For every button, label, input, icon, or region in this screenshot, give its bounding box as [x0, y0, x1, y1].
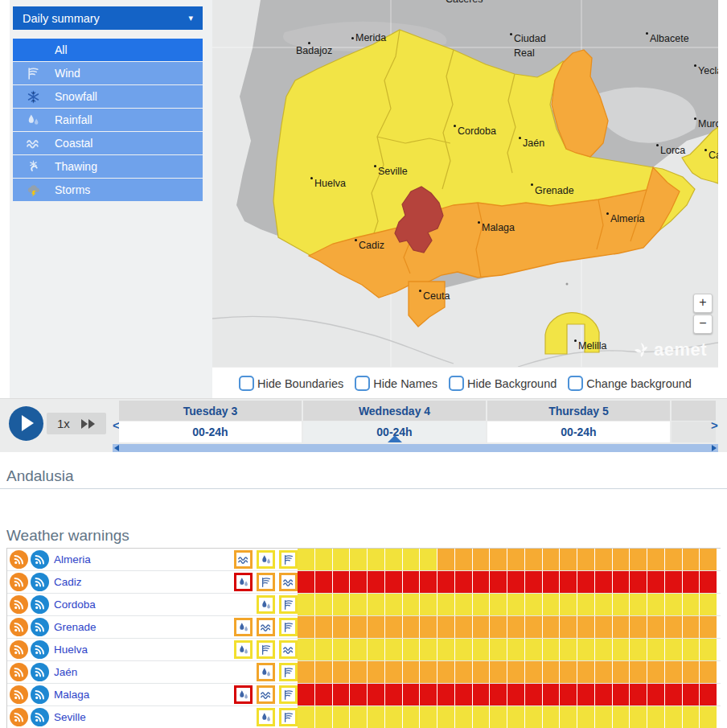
sidebar-item-storms[interactable]: Storms — [13, 179, 203, 201]
checkbox-label: Hide Boundaries — [257, 377, 343, 390]
chevron-down-icon: ▾ — [188, 13, 193, 23]
strip-segment-orange — [455, 549, 472, 570]
coastal-warning-icon-orange — [257, 685, 275, 704]
strip-segment-yellow — [420, 706, 437, 728]
rainfall-warning-icon-yellow — [257, 595, 275, 614]
rss-feed-icon-orange[interactable] — [10, 708, 28, 726]
strip-segment-yellow — [298, 706, 314, 728]
day-value[interactable]: 00-24h — [303, 422, 486, 442]
strip-segment-red — [333, 684, 350, 705]
sidebar-item-label: Wind — [55, 67, 80, 80]
rss-feed-icon-orange[interactable] — [10, 663, 28, 681]
rainfall-warning-icon-red — [234, 573, 253, 591]
rss-feed-icon-orange[interactable] — [10, 573, 28, 591]
province-link[interactable]: Huelva — [54, 639, 88, 660]
strip-segment-yellow — [437, 706, 454, 728]
strip-segment-yellow — [385, 549, 402, 570]
sidebar-item-wind[interactable]: Wind — [13, 62, 203, 84]
rss-feed-icon-blue[interactable] — [31, 618, 49, 636]
checkbox[interactable] — [568, 376, 583, 391]
rss-feed-icon-blue[interactable] — [31, 663, 49, 681]
timeline-day-stub — [672, 401, 716, 442]
checkbox-label: Hide Names — [373, 377, 437, 390]
strip-segment-yellow — [420, 549, 437, 570]
day-value[interactable]: 00-24h — [487, 422, 670, 442]
rss-feed-icon-blue[interactable] — [31, 595, 49, 614]
sidebar-item-thawing[interactable]: Thawing — [13, 155, 203, 178]
sidebar-item-snowfall[interactable]: Snowfall — [13, 85, 203, 108]
strip-segment-orange — [473, 616, 490, 638]
strip-segment-orange — [595, 661, 612, 683]
checkbox[interactable] — [449, 376, 464, 391]
rss-feed-icon-orange[interactable] — [10, 618, 28, 636]
sidebar: Daily summary ▾ AllWindSnowfallRainfallC… — [10, 0, 212, 398]
province-link[interactable]: Almeria — [54, 549, 91, 570]
strip-segment-orange — [333, 661, 350, 683]
strip-segment-orange — [420, 616, 437, 638]
city-label-lorca: Lorca — [660, 145, 685, 156]
sidebar-item-label: Snowfall — [55, 90, 97, 103]
province-link[interactable]: Malaga — [54, 684, 89, 705]
rss-feed-icon-blue[interactable] — [31, 685, 49, 704]
strip-segment-orange — [700, 661, 717, 683]
strip-segment-yellow — [543, 639, 560, 660]
province-link[interactable]: Cadiz — [54, 571, 82, 593]
rss-feed-icon-orange[interactable] — [10, 640, 28, 659]
warning-icons — [230, 706, 298, 728]
sidebar-item-label: Thawing — [55, 160, 97, 173]
strip-segment-orange — [490, 549, 507, 570]
timeline-next-arrow[interactable]: > — [711, 418, 718, 432]
timeline-day-tuesday-3[interactable]: Tuesday 300-24h — [119, 401, 302, 442]
summary-dropdown-label: Daily summary — [23, 12, 188, 25]
city-label-seville: Seville — [378, 166, 408, 177]
sidebar-item-all[interactable]: All — [13, 39, 203, 61]
strip-segment-red — [613, 571, 630, 593]
strip-segment-orange — [437, 549, 454, 570]
strip-segment-orange — [350, 661, 367, 683]
strip-segment-orange — [315, 661, 332, 683]
play-button[interactable] — [9, 406, 43, 441]
strip-segment-red — [595, 684, 612, 705]
scroll-left-icon[interactable] — [114, 445, 119, 451]
strip-segment-orange — [507, 549, 524, 570]
speed-control[interactable]: 1x — [47, 413, 106, 434]
province-link[interactable]: Grenade — [54, 616, 97, 638]
day-value[interactable]: 00-24h — [119, 422, 302, 442]
rss-feed-icon-orange[interactable] — [10, 595, 28, 614]
rss-feed-icon-orange[interactable] — [10, 550, 28, 569]
warning-map[interactable]: CaceresBadajozMeridaCiudadRealAlbaceteYe… — [212, 0, 718, 367]
strip-segment-orange — [665, 616, 682, 638]
province-link[interactable]: Seville — [54, 706, 86, 728]
aemet-attribution: aemet — [631, 339, 707, 360]
sidebar-item-coastal[interactable]: Coastal — [13, 132, 203, 154]
scroll-right-icon[interactable] — [712, 445, 717, 451]
province-link[interactable]: Jaén — [54, 661, 77, 683]
rss-feed-icon-blue[interactable] — [31, 708, 49, 726]
strip-segment-red — [350, 684, 367, 705]
sidebar-item-rainfall[interactable]: Rainfall — [13, 109, 203, 131]
timeline-day-thursday-5[interactable]: Thursday 500-24h — [487, 401, 670, 442]
city-dot — [646, 32, 648, 35]
fast-forward-icon[interactable] — [81, 419, 96, 429]
city-label-ciudad: Ciudad — [514, 33, 546, 44]
strip-segment-yellow — [315, 594, 332, 615]
timeline-day-wednesday-4[interactable]: Wednesday 400-24h — [303, 401, 486, 442]
checkbox[interactable] — [239, 376, 254, 391]
rss-feed-icon-blue[interactable] — [31, 550, 49, 569]
province-link[interactable]: Cordoba — [54, 594, 96, 615]
strip-segment-yellow — [473, 639, 490, 660]
zoom-out-button[interactable]: − — [693, 315, 713, 334]
strip-segment-yellow — [385, 594, 402, 615]
rss-feed-icon-blue[interactable] — [31, 640, 49, 659]
timeline-scrollbar[interactable] — [113, 444, 718, 452]
strip-segment-yellow — [683, 594, 700, 615]
rss-feed-icon-blue[interactable] — [31, 573, 49, 591]
checkbox[interactable] — [355, 376, 370, 391]
zoom-in-button[interactable]: + — [693, 294, 713, 313]
strip-segment-yellow — [420, 639, 437, 660]
strip-segment-orange — [525, 661, 542, 683]
city-dot — [351, 37, 354, 39]
rss-feed-icon-orange[interactable] — [10, 685, 28, 704]
summary-dropdown[interactable]: Daily summary ▾ — [13, 6, 203, 30]
strip-segment-orange — [350, 616, 367, 638]
